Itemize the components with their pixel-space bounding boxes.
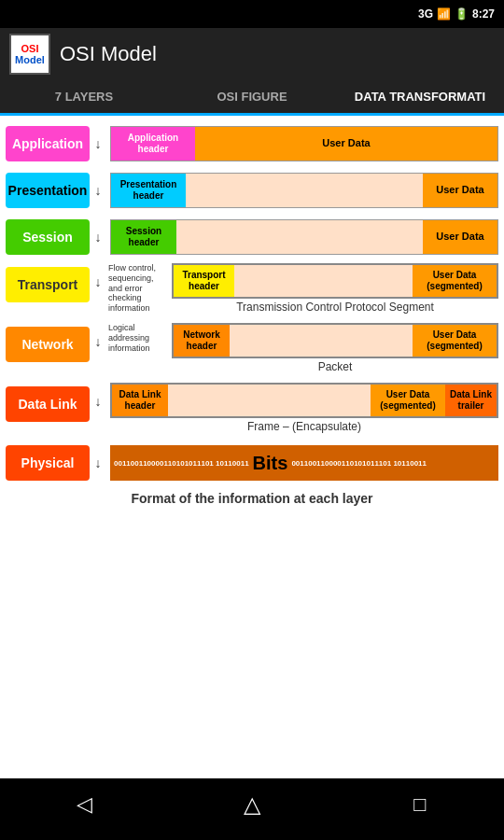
nav-back-button[interactable]: ◁ [61,788,107,821]
app-logo: OSI Model [9,34,50,75]
session-middle [176,220,423,254]
bits-right: 001100110000110101011101 10110011 [291,459,427,468]
presentation-arrow: ↓ [90,183,106,198]
datalink-userdata: User Data(segmented) [371,385,445,416]
presentation-userdata: User Data [423,174,497,207]
signal-text: 3G [418,7,433,21]
physical-arrow: ↓ [90,455,106,470]
tab-osifigure[interactable]: OSI FIGURE [168,80,336,113]
session-header-box: Sessionheader [111,220,176,254]
tab-datatransform[interactable]: DATA TRANSFORMATI [336,80,504,116]
transport-segment-label: Transmission Control Protocol Segment [172,301,498,314]
time-display: 8:27 [472,7,495,21]
network-header-box: Networkheader [174,325,230,357]
battery-icon: 🔋 [455,7,469,21]
datalink-label: Data Link [6,386,90,422]
nav-home-button[interactable]: △ [229,788,275,821]
status-bar: 3G 📶 🔋 8:27 [0,0,504,28]
session-arrow: ↓ [90,230,106,245]
session-label: Session [6,219,90,255]
application-data: Applicationheader User Data [110,126,498,161]
main-content: Application ↓ Applicationheader User Dat… [0,116,504,778]
transport-data: Transportheader User Data(segmented) [172,263,498,299]
application-label: Application [6,126,90,161]
bits-left: 001100110000110101011101 10110011 [114,459,249,468]
layer-datalink: Data Link ↓ Data Linkheader User Data(se… [6,383,498,437]
app-header: OSI Model OSI Model [0,28,504,80]
network-data: Networkheader User Data(segmented) [172,323,498,358]
home-icon: △ [244,791,260,818]
bits-container: 001100110000110101011101 10110011 Bits 0… [114,453,495,474]
transport-middle [234,265,413,297]
network-label: Network [6,327,90,362]
session-userdata: User Data [423,220,497,254]
presentation-middle [186,174,423,207]
presentation-header-box: Presentationheader [111,174,186,207]
recent-icon: □ [413,792,426,817]
back-icon: ◁ [77,792,92,817]
datalink-header-box: Data Linkheader [112,385,168,416]
session-data: Sessionheader User Data [110,219,498,255]
datalink-data: Data Linkheader User Data(segmented) Dat… [110,383,498,418]
status-icons: 3G 📶 🔋 8:27 [418,7,495,21]
datalink-middle [168,385,371,416]
layer-application: Application ↓ Applicationheader User Dat… [6,123,498,164]
app-title: OSI Model [60,42,157,66]
physical-label: Physical [6,445,90,481]
logo-bottom: Model [15,54,45,65]
layer-network: Network ↓ Logical addressing information… [6,323,498,377]
bottom-nav: ◁ △ □ [0,778,504,831]
layer-presentation: Presentation ↓ Presentationheader User D… [6,170,498,211]
application-userdata: User Data [195,127,497,161]
network-middle [230,325,413,357]
transport-label: Transport [6,267,90,302]
datalink-arrow: ↓ [90,394,106,409]
bits-label: Bits [253,453,288,474]
transport-header-box: Transportheader [174,265,234,297]
tab-bar: 7 LAYERS OSI FIGURE DATA TRANSFORMATI [0,80,504,116]
datalink-trailer: Data Linktrailer [445,385,497,416]
application-arrow: ↓ [90,136,106,151]
signal-icon: 📶 [437,7,451,21]
physical-data: 001100110000110101011101 10110011 Bits 0… [110,445,498,481]
datalink-segment-label: Frame – (Encapsulate) [110,420,498,433]
transport-userdata: User Data(segmented) [413,265,497,297]
network-userdata: User Data(segmented) [413,325,497,357]
nav-recent-button[interactable]: □ [397,788,443,821]
layer-physical: Physical ↓ 001100110000110101011101 1011… [6,442,498,483]
application-header-box: Applicationheader [111,127,195,161]
network-segment-label: Packet [172,360,498,373]
tab-7layers[interactable]: 7 LAYERS [0,80,168,113]
network-note: Logical addressing information [106,323,172,353]
layer-session: Session ↓ Sessionheader User Data [6,217,498,258]
presentation-label: Presentation [6,173,90,208]
layer-transport: Transport ↓ Flow control, sequencing, an… [6,263,498,317]
footer-text: Format of the information at each layer [6,491,498,506]
transport-note: Flow control, sequencing, and error chec… [106,263,172,314]
network-arrow: ↓ [90,334,106,349]
presentation-data: Presentationheader User Data [110,173,498,208]
transport-arrow: ↓ [90,274,106,289]
logo-top: OSI [15,43,45,54]
